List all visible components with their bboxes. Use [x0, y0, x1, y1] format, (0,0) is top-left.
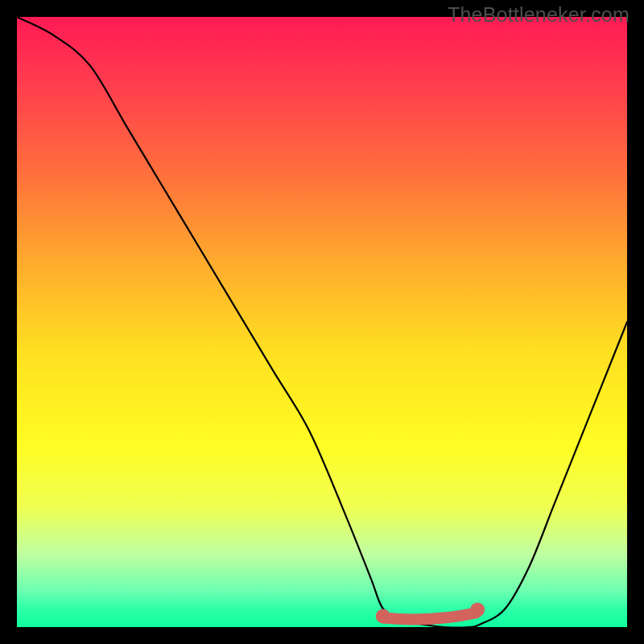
watermark-text: TheBottleneker.com	[448, 3, 630, 27]
highlight-segment	[383, 613, 476, 619]
highlight-end-dot	[470, 602, 485, 617]
chart-svg	[17, 17, 627, 627]
bottleneck-curve	[17, 17, 627, 627]
chart-area	[17, 17, 627, 627]
highlight-start-dot	[376, 609, 390, 623]
